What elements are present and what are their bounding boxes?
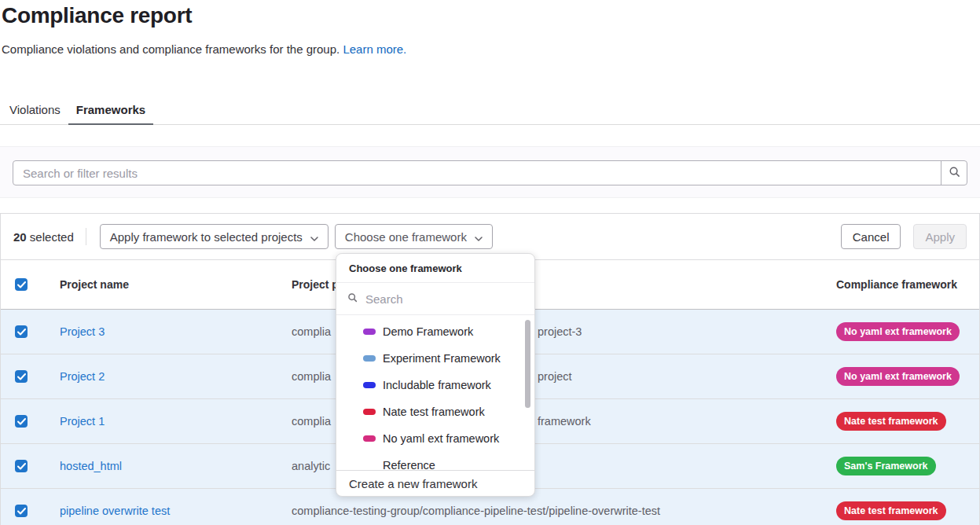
tab-violations[interactable]: Violations: [2, 96, 68, 124]
framework-badge: Nate test framework: [836, 412, 946, 431]
framework-color-pill: [363, 355, 376, 362]
project-link[interactable]: hosted_html: [60, 460, 292, 472]
framework-option[interactable]: Includable framework: [336, 372, 534, 398]
project-link[interactable]: Project 3: [60, 325, 292, 338]
chevron-down-icon: [310, 230, 318, 244]
check-icon: [17, 414, 26, 428]
search-icon: [949, 166, 960, 180]
project-link[interactable]: Project 1: [60, 415, 292, 428]
project-path-left: complia: [292, 370, 331, 383]
bulk-action-label: Apply framework to selected projects: [110, 230, 303, 244]
description-text: Compliance violations and compliance fra…: [2, 42, 340, 56]
framework-badge: Nate test framework: [836, 501, 946, 520]
framework-color-pill: [363, 329, 376, 335]
check-icon: [17, 325, 26, 339]
framework-color-pill: [363, 382, 376, 388]
divider: [86, 228, 86, 245]
project-path: compliance-testing-group/compliance-pipe…: [292, 505, 836, 517]
selected-count-label: selected: [30, 230, 74, 244]
framework-option-label: Nate test framework: [383, 406, 485, 418]
check-icon: [17, 459, 26, 473]
project-path-right: project: [538, 370, 572, 383]
row-checkbox[interactable]: [15, 460, 28, 472]
filter-bar: [0, 146, 980, 198]
apply-button[interactable]: Apply: [913, 224, 967, 249]
dropdown-search: [336, 283, 534, 315]
framework-badge: No yaml ext framework: [836, 322, 960, 341]
choose-framework-label: Choose one framework: [345, 230, 467, 244]
selected-count: 20 selected: [13, 230, 74, 244]
project-link[interactable]: Project 2: [60, 370, 292, 383]
tab-frameworks[interactable]: Frameworks: [68, 96, 153, 124]
framework-options-list: Demo Framework Experiment Framework Incl…: [336, 315, 534, 470]
search-icon: [347, 292, 358, 306]
project-path-left: compliance-testing-group/compliance-pipe…: [292, 505, 660, 517]
framework-color-pill: [363, 462, 376, 468]
create-framework-action[interactable]: Create a new framework: [336, 470, 534, 496]
project-path-left: complia: [292, 325, 331, 338]
project-path-right: project-3: [538, 325, 582, 338]
framework-option[interactable]: Nate test framework: [336, 398, 534, 425]
learn-more-link[interactable]: Learn more.: [343, 42, 406, 56]
report-tabs: Violations Frameworks: [0, 96, 980, 125]
search-button[interactable]: [941, 161, 967, 185]
framework-badge: Sam's Framework: [836, 457, 936, 475]
framework-search-input[interactable]: [365, 292, 523, 306]
column-header-project-name: Project name: [60, 278, 292, 291]
framework-dropdown-panel: Choose one framework Demo Framework Expe…: [336, 253, 535, 497]
row-checkbox[interactable]: [15, 325, 28, 338]
search-filter-box: [13, 160, 967, 185]
framework-color-pill: [363, 435, 376, 442]
framework-option-label: Reference: [383, 459, 435, 470]
check-icon: [17, 278, 26, 291]
dropdown-title: Choose one framework: [336, 254, 534, 283]
check-icon: [17, 369, 26, 384]
cancel-button[interactable]: Cancel: [841, 224, 901, 249]
framework-option-label: No yaml ext framework: [383, 432, 499, 445]
project-link[interactable]: pipeline overwrite test: [60, 505, 292, 517]
choose-framework-dropdown[interactable]: Choose one framework: [335, 224, 493, 249]
compliance-report-page: Compliance report Compliance violations …: [0, 0, 980, 525]
row-checkbox[interactable]: [15, 415, 28, 428]
select-all-checkbox[interactable]: [15, 278, 28, 291]
check-icon: [17, 504, 26, 518]
framework-color-pill: [363, 409, 376, 415]
project-path-left: complia: [292, 415, 331, 428]
row-checkbox[interactable]: [15, 370, 28, 383]
bulk-action-dropdown[interactable]: Apply framework to selected projects: [100, 224, 329, 249]
selected-count-number: 20: [13, 230, 27, 244]
framework-option[interactable]: Demo Framework: [336, 318, 534, 345]
framework-option[interactable]: Experiment Framework: [336, 345, 534, 372]
framework-option-label: Includable framework: [383, 379, 491, 391]
framework-option[interactable]: No yaml ext framework: [336, 425, 534, 452]
page-title: Compliance report: [2, 3, 192, 28]
page-description: Compliance violations and compliance fra…: [2, 42, 406, 56]
chevron-down-icon: [475, 230, 483, 244]
framework-option-label: Experiment Framework: [383, 352, 501, 365]
dropdown-scrollbar[interactable]: [525, 320, 530, 408]
project-path-right: framework: [538, 415, 591, 428]
row-checkbox[interactable]: [15, 505, 28, 517]
search-input[interactable]: [13, 161, 941, 185]
framework-option-label: Demo Framework: [383, 325, 473, 338]
project-path-left: analytic: [292, 460, 330, 472]
framework-badge: No yaml ext framework: [836, 367, 960, 386]
column-header-compliance-framework: Compliance framework: [836, 278, 960, 291]
framework-option[interactable]: Reference: [336, 452, 534, 470]
